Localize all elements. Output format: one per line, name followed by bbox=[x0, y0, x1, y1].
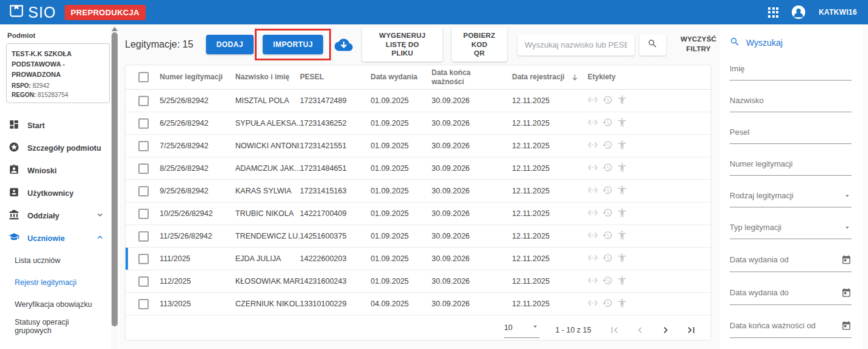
code-brackets-icon[interactable] bbox=[588, 253, 598, 265]
sort-descending-icon[interactable] bbox=[571, 73, 579, 82]
table-row[interactable]: 111/2025 EJDA JULIJA 14222600203 01.09.2… bbox=[126, 248, 711, 270]
search-input[interactable] bbox=[518, 34, 635, 56]
filter-field[interactable]: Data końca ważności od bbox=[730, 320, 852, 338]
filter-field[interactable]: Imię bbox=[730, 64, 852, 81]
table-row[interactable]: 6/25/26/82942 SYPUŁA ALEKSA... 172314362… bbox=[126, 112, 711, 135]
table-row[interactable]: 113/2025 CZERNIUK NIKOLA 13310100229 04.… bbox=[126, 293, 711, 315]
code-brackets-icon[interactable] bbox=[588, 117, 598, 130]
page-size-select[interactable]: 10 bbox=[504, 322, 539, 338]
history-icon[interactable] bbox=[602, 185, 613, 198]
calendar-icon[interactable] bbox=[841, 254, 852, 265]
filter-field[interactable]: Data wydania od bbox=[730, 254, 852, 272]
importuj-button[interactable]: IMPORTUJ bbox=[263, 35, 323, 54]
calendar-icon[interactable] bbox=[841, 287, 852, 298]
table-row[interactable]: 8/25/26/82942 ADAMCZUK JAK... 1723148465… bbox=[126, 157, 711, 180]
history-icon[interactable] bbox=[602, 230, 613, 243]
row-checkbox[interactable] bbox=[138, 276, 149, 287]
cloud-download-icon[interactable] bbox=[335, 37, 353, 52]
entity-rspo: RSPO: 82942 bbox=[12, 82, 104, 89]
accessibility-person-icon[interactable] bbox=[617, 298, 627, 311]
row-checkbox[interactable] bbox=[138, 254, 149, 264]
row-checkbox[interactable] bbox=[138, 96, 149, 106]
last-page-icon[interactable] bbox=[685, 324, 697, 336]
filter-field[interactable]: Typ legitymacji bbox=[730, 223, 852, 239]
code-brackets-icon[interactable] bbox=[588, 185, 598, 198]
row-checkbox[interactable] bbox=[138, 164, 149, 174]
accessibility-person-icon[interactable] bbox=[617, 117, 627, 130]
row-checkbox[interactable] bbox=[138, 209, 149, 219]
history-icon[interactable] bbox=[602, 95, 613, 107]
table-row[interactable]: 11/25/26/82942 TRENDEWICZ LU... 14251600… bbox=[126, 225, 711, 248]
search-button[interactable] bbox=[639, 34, 666, 56]
sidebar-scrollbar[interactable] bbox=[111, 24, 118, 349]
row-checkbox[interactable] bbox=[138, 118, 149, 129]
table-row[interactable]: 112/2025 KŁOSOWIAK MAR... 14231600243 01… bbox=[126, 270, 711, 293]
dodaj-button[interactable]: DODAJ bbox=[206, 35, 254, 54]
history-icon[interactable] bbox=[602, 162, 613, 175]
filter-field[interactable]: Rodzaj legitymacji bbox=[730, 191, 852, 207]
history-icon[interactable] bbox=[602, 275, 613, 288]
sidebar-item-uzytkownicy[interactable]: Użytkownicy bbox=[6, 182, 106, 204]
accessibility-person-icon[interactable] bbox=[617, 253, 627, 265]
accessibility-person-icon[interactable] bbox=[617, 95, 627, 107]
sidebar-item-rejestr-legitymacji[interactable]: Rejestr legitymacji bbox=[6, 272, 106, 293]
scrollbar-up-arrow[interactable] bbox=[112, 27, 118, 31]
code-brackets-icon[interactable] bbox=[588, 140, 598, 153]
prev-page-icon[interactable] bbox=[634, 324, 646, 336]
first-page-icon[interactable] bbox=[608, 324, 621, 336]
wygeneruj-liste-button[interactable]: WYGENERUJ LISTĘ DO PLIKU bbox=[362, 27, 443, 62]
code-brackets-icon[interactable] bbox=[588, 162, 598, 175]
row-checkbox[interactable] bbox=[138, 186, 149, 196]
accessibility-person-icon[interactable] bbox=[617, 230, 627, 243]
history-icon[interactable] bbox=[602, 253, 613, 265]
col-data-rejestracji[interactable]: Data rejestracji bbox=[512, 73, 588, 82]
code-brackets-icon[interactable] bbox=[588, 230, 598, 243]
table-row[interactable]: 5/25/26/82942 MISZTAL POLA 17231472489 0… bbox=[126, 90, 711, 112]
user-avatar-icon[interactable] bbox=[792, 5, 805, 19]
scrollbar-thumb[interactable] bbox=[112, 32, 118, 326]
history-icon[interactable] bbox=[602, 140, 613, 153]
accessibility-person-icon[interactable] bbox=[617, 185, 627, 198]
caret-down-icon[interactable] bbox=[843, 223, 852, 232]
filter-field[interactable]: Pesel bbox=[730, 128, 852, 144]
row-checkbox[interactable] bbox=[138, 299, 149, 309]
sidebar-item-oddzialy[interactable]: Oddziały bbox=[6, 204, 106, 227]
filter-panel-header[interactable]: Wyszukaj bbox=[730, 37, 852, 49]
history-icon[interactable] bbox=[602, 298, 613, 311]
pobierz-kod-qr-button[interactable]: POBIERZ KOD QR bbox=[452, 27, 507, 62]
next-page-icon[interactable] bbox=[660, 324, 672, 336]
username-label[interactable]: KATKWI16 bbox=[819, 8, 857, 16]
code-brackets-icon[interactable] bbox=[588, 207, 598, 220]
select-all-checkbox[interactable] bbox=[138, 72, 149, 82]
sidebar-item-uczniowie[interactable]: Uczniowie bbox=[6, 227, 106, 250]
code-brackets-icon[interactable] bbox=[588, 298, 598, 311]
table-row[interactable]: 9/25/26/82942 KARAŚ SYLWIA 17231415163 0… bbox=[126, 180, 711, 203]
entity-section-label: Podmiot bbox=[7, 32, 106, 39]
filter-field[interactable]: Data wydania do bbox=[730, 287, 852, 305]
accessibility-person-icon[interactable] bbox=[617, 275, 627, 288]
wyczysc-filtry-button[interactable]: WYCZYŚĆ FILTRY bbox=[675, 35, 722, 54]
sidebar-item-weryfikacja-obowiazku[interactable]: Weryfikacja obowiązku bbox=[6, 293, 106, 315]
row-checkbox[interactable] bbox=[138, 141, 149, 151]
accessibility-person-icon[interactable] bbox=[617, 162, 627, 175]
filter-field[interactable]: Numer legitymacji bbox=[730, 159, 852, 176]
apps-grid-icon[interactable] bbox=[768, 7, 778, 18]
sio-logo[interactable]: SIO bbox=[9, 3, 56, 21]
table-row[interactable]: 7/25/26/82942 NOWICKI ANTONII 1723142155… bbox=[126, 135, 711, 157]
sidebar-item-szczegoly-podmiotu[interactable]: Szczegóły podmiotu bbox=[6, 137, 106, 159]
history-icon[interactable] bbox=[602, 207, 613, 220]
sidebar-item-start[interactable]: Start bbox=[6, 114, 106, 137]
sidebar-item-statusy-operacji[interactable]: Statusy operacji grupowych bbox=[6, 315, 106, 337]
accessibility-person-icon[interactable] bbox=[617, 140, 627, 153]
sidebar-item-wnioski[interactable]: Wnioski bbox=[6, 159, 106, 182]
row-checkbox[interactable] bbox=[138, 231, 149, 242]
calendar-icon[interactable] bbox=[841, 320, 852, 331]
sidebar-item-lista-uczniow[interactable]: Lista uczniów bbox=[6, 250, 106, 272]
code-brackets-icon[interactable] bbox=[588, 275, 598, 288]
history-icon[interactable] bbox=[602, 117, 613, 130]
filter-field[interactable]: Nazwisko bbox=[730, 96, 852, 112]
accessibility-person-icon[interactable] bbox=[617, 207, 627, 220]
table-row[interactable]: 10/25/26/82942 TRUBIC NIKOLA 14221700409… bbox=[126, 203, 711, 225]
caret-down-icon[interactable] bbox=[843, 192, 852, 200]
code-brackets-icon[interactable] bbox=[588, 95, 598, 107]
